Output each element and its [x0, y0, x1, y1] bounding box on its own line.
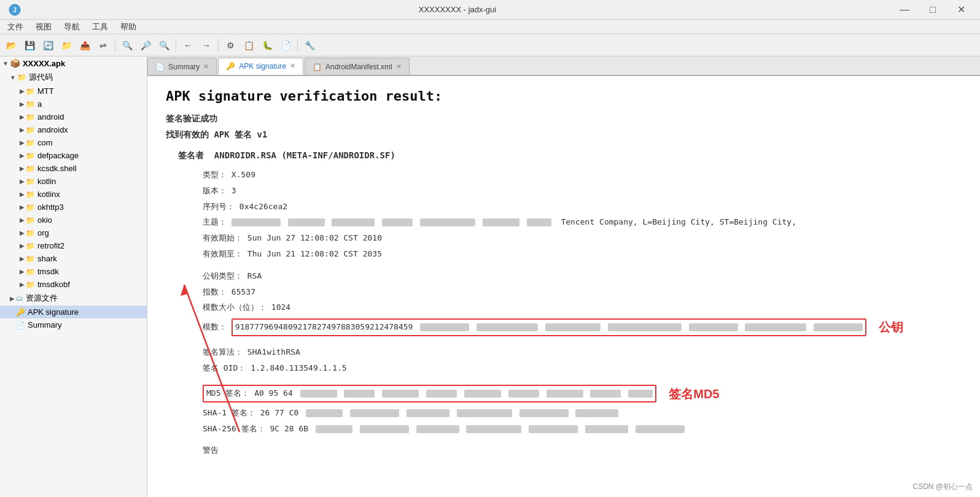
open-button[interactable]: 📂 — [2, 37, 20, 54]
bug-button[interactable]: 🐛 — [259, 37, 276, 54]
folder-icon: 📁 — [26, 164, 35, 173]
tab-manifest-label: AndroidManifest.xml — [325, 63, 392, 71]
sidebar-label: defpackage — [37, 151, 79, 160]
sidebar-source-label: 源代码 — [29, 72, 53, 83]
sidebar-item-a[interactable]: ▶ 📁 a — [0, 98, 147, 110]
code-button[interactable]: 📄 — [277, 37, 294, 54]
window-controls: — □ ✕ — [890, 0, 975, 20]
sidebar-summary[interactable]: ▶ 📄 Summary — [0, 318, 147, 331]
sha1-blur-5 — [519, 409, 569, 417]
md5-highlight: MD5 签名： A0 95 64 — [203, 385, 656, 403]
cert-subject-label: 主题： — [203, 217, 227, 226]
cert-sha256-value: 9C 28 6B — [270, 424, 308, 433]
md5-blur-6 — [508, 390, 539, 398]
decompile-button[interactable]: ⚙ — [222, 37, 239, 54]
subject-blur-7 — [527, 218, 551, 226]
menu-view[interactable]: 视图 — [31, 20, 56, 34]
sidebar-item-retrofit2[interactable]: ▶ 📁 retrofit2 — [0, 239, 147, 252]
expand-icon: ▶ — [20, 255, 25, 262]
tab-summary-close[interactable]: ✕ — [203, 63, 209, 71]
cert-pubkey-type-value: RSA — [247, 271, 262, 280]
sidebar-item-mtt[interactable]: ▶ 📁 MTT — [0, 85, 147, 98]
expand-icon: ▶ — [20, 229, 25, 236]
annotation-md5: 签名MD5 — [669, 384, 719, 404]
annotation-pubkey: 公钥 — [879, 317, 903, 337]
tab-summary[interactable]: 📄 Summary ✕ — [147, 58, 217, 75]
minimize-button[interactable]: — — [890, 0, 919, 20]
forward-button[interactable]: → — [198, 37, 215, 54]
sidebar-resources[interactable]: ▶ 🗂 资源文件 — [0, 291, 147, 306]
folder-icon: 📁 — [26, 242, 35, 250]
titlebar: J XXXXXXXX - jadx-gui — □ ✕ — [0, 0, 980, 20]
sidebar-apk-root[interactable]: ▼ 📦 XXXXX.apk — [0, 56, 147, 70]
sidebar-item-tmsdk[interactable]: ▶ 📁 tmsdk — [0, 265, 147, 278]
cert-modulus-size-value: 1024 — [271, 302, 290, 312]
sidebar-apk-signature[interactable]: ▶ 🔑 APK signature — [0, 306, 147, 318]
menu-help[interactable]: 帮助 — [115, 20, 141, 34]
copy-button[interactable]: 📋 — [240, 37, 257, 54]
reload-button[interactable]: 🔄 — [39, 37, 56, 54]
convert-button[interactable]: ⇌ — [95, 37, 112, 54]
maximize-button[interactable]: □ — [919, 0, 947, 20]
sidebar-item-kcsdk[interactable]: ▶ 📁 kcsdk.shell — [0, 162, 147, 175]
sidebar-source-root[interactable]: ▼ 📁 源代码 — [0, 70, 147, 85]
sidebar-item-org[interactable]: ▶ 📁 org — [0, 226, 147, 239]
sidebar-label: org — [37, 228, 49, 237]
sidebar-item-kotlinx[interactable]: ▶ 📁 kotlinx — [0, 188, 147, 201]
folder-icon: 📁 — [26, 100, 35, 109]
sidebar-item-okhttp3[interactable]: ▶ 📁 okhttp3 — [0, 201, 147, 214]
sidebar-item-com[interactable]: ▶ 📁 com — [0, 136, 147, 149]
zoom-in-button[interactable]: 🔎 — [137, 37, 154, 54]
menubar: 文件 视图 导航 工具 帮助 — [0, 20, 980, 34]
folder-icon: 📁 — [26, 203, 35, 212]
tab-apk-signature[interactable]: 🔑 APK signature ✕ — [218, 58, 303, 75]
apk-name: XXXXX.apk — [23, 59, 65, 68]
menu-tools[interactable]: 工具 — [87, 20, 113, 34]
toolbar-sep-2 — [176, 39, 176, 52]
back-button[interactable]: ← — [179, 37, 196, 54]
sidebar-item-kotlin[interactable]: ▶ 📁 kotlin — [0, 175, 147, 188]
sidebar-item-tmsdkobf[interactable]: ▶ 📁 tmsdkobf — [0, 278, 147, 291]
save-button[interactable]: 💾 — [21, 37, 38, 54]
close-button[interactable]: ✕ — [947, 0, 975, 20]
sidebar-item-defpackage[interactable]: ▶ 📁 defpackage — [0, 149, 147, 162]
sidebar-label: 资源文件 — [26, 293, 58, 304]
menu-file[interactable]: 文件 — [2, 20, 28, 34]
editor-pane[interactable]: APK signature verification result: 签名验证成… — [147, 76, 980, 497]
cert-sha1-row: SHA-1 签名： 26 77 C0 — [203, 407, 962, 420]
sidebar-label: tmsdkobf — [37, 280, 70, 289]
sidebar-label: kotlinx — [37, 190, 60, 199]
sidebar-item-okio[interactable]: ▶ 📁 okio — [0, 214, 147, 226]
cert-sig-algo-label: 签名算法： — [203, 347, 243, 356]
save-all-button[interactable]: 📁 — [58, 37, 75, 54]
sidebar-item-androidx[interactable]: ▶ 📁 androidx — [0, 123, 147, 136]
search-button[interactable]: 🔍 — [119, 37, 136, 54]
sidebar-item-shark[interactable]: ▶ 📁 shark — [0, 252, 147, 265]
sha256-blur-4 — [466, 425, 521, 433]
cert-modulus-size-row: 模数大小（位）： 1024 — [203, 301, 962, 314]
folder-icon: 📁 — [26, 139, 35, 147]
cert-version-row: 版本： 3 — [203, 185, 962, 198]
cert-sig-algo-value: SHA1withRSA — [247, 347, 300, 356]
tab-apk-sig-close[interactable]: ✕ — [290, 62, 295, 70]
tab-manifest-close[interactable]: ✕ — [396, 63, 402, 71]
folder-icon: 📁 — [26, 190, 35, 199]
menu-nav[interactable]: 导航 — [59, 20, 85, 34]
sha256-blur-3 — [416, 425, 459, 433]
cert-sha1-label: SHA-1 签名： — [203, 408, 255, 417]
cert-serial-value: 0x4c26cea2 — [239, 202, 287, 211]
spacer — [203, 264, 962, 270]
export-button[interactable]: 📤 — [76, 37, 93, 54]
cert-serial-row: 序列号： 0x4c26cea2 — [203, 201, 962, 214]
cert-md5-label: MD5 签名： — [206, 388, 249, 398]
settings-button[interactable]: 🔧 — [301, 37, 318, 54]
expand-icon: ▼ — [10, 74, 16, 81]
tab-manifest[interactable]: 📋 AndroidManifest.xml ✕ — [305, 58, 410, 75]
cert-md5-value: A0 95 64 — [254, 388, 293, 398]
find-button[interactable]: 🔍 — [155, 37, 173, 54]
folder-icon: 📁 — [26, 268, 35, 276]
sidebar-item-android[interactable]: ▶ 📁 android — [0, 110, 147, 123]
expand-icon: ▶ — [20, 178, 25, 185]
cert-type-row: 类型： X.509 — [203, 169, 962, 182]
folder-icon: 📁 — [26, 152, 35, 160]
